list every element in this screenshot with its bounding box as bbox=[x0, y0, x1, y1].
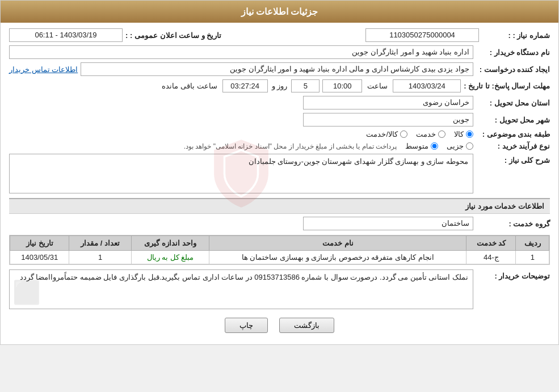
row-description: شرح کلی نیاز : محوطه سازی و بهسازی گلزار… bbox=[9, 154, 550, 193]
send-time-value: 10:00 bbox=[322, 79, 362, 92]
col-row-num: ردیف bbox=[516, 236, 549, 251]
send-date-value: 1403/03/24 bbox=[393, 79, 461, 92]
cell-date: 1403/05/31 bbox=[10, 251, 69, 264]
requester-org-value: اداره بنیاد شهید و امور ایثارگران جوین bbox=[9, 45, 473, 59]
city-label: شهر محل تحویل : bbox=[476, 116, 550, 124]
services-table: ردیف کد خدمت نام خدمت واحد اندازه گیری ت… bbox=[10, 235, 549, 264]
purchase-type-label: نوع فرآیند خرید : bbox=[476, 142, 550, 150]
cell-code: ج-44 bbox=[466, 251, 516, 264]
days-label: روز و bbox=[272, 82, 288, 90]
services-table-container: ردیف کد خدمت نام خدمت واحد اندازه گیری ت… bbox=[9, 235, 550, 265]
col-quantity: تعداد / مقدار bbox=[69, 236, 131, 251]
services-section-label: اطلاعات خدمات مورد نیاز bbox=[465, 202, 544, 210]
send-days-value: 5 bbox=[291, 79, 320, 92]
purchase-medium-label: متوسط bbox=[405, 142, 428, 150]
category-goods-service-item: کالا/خدمت bbox=[366, 130, 407, 138]
button-row: بازگشت چاپ bbox=[9, 318, 550, 333]
page-header: جزئیات اطلاعات نیاز bbox=[1, 1, 558, 23]
purchase-partial-label: جزیی bbox=[447, 142, 464, 150]
description-value: محوطه سازی و بهسازی گلزار شهدای شهرستان … bbox=[14, 157, 468, 166]
service-group-label: گروه خدمت : bbox=[476, 220, 550, 228]
col-date: تاریخ نیاز bbox=[10, 236, 69, 251]
city-value: جوین bbox=[303, 113, 473, 127]
row-creator: ایجاد کننده درخواست : جواد یزدی بیدی کار… bbox=[9, 62, 550, 76]
need-number-value: 1103050275000004 bbox=[365, 28, 479, 42]
send-date-label: مهلت ارسال پاسخ: تا تاریخ : bbox=[464, 82, 550, 90]
category-goods-item: کالا bbox=[454, 130, 473, 138]
page-wrapper: جزئیات اطلاعات نیاز شماره نیاز : 1103050… bbox=[0, 0, 559, 345]
category-service-radio[interactable] bbox=[438, 130, 445, 138]
service-group-value: ساختمان bbox=[303, 217, 473, 230]
purchase-radio-group: جزیی متوسط bbox=[405, 142, 473, 150]
province-label: استان محل تحویل : bbox=[476, 99, 550, 107]
creator-label: ایجاد کننده درخواست : bbox=[476, 65, 550, 74]
category-goods-service-radio[interactable] bbox=[400, 130, 407, 138]
page-title: جزئیات اطلاعات نیاز bbox=[241, 7, 318, 16]
contact-link[interactable]: اطلاعات تماس خریدار bbox=[9, 65, 78, 74]
col-unit: واحد اندازه گیری bbox=[131, 236, 209, 251]
announce-date-label: تاریخ و ساعت اعلان عمومی : bbox=[125, 31, 221, 40]
cell-row-num: 1 bbox=[516, 251, 549, 264]
purchase-note: پرداخت تمام یا بخشی از مبلغ خریدار از مح… bbox=[184, 142, 397, 150]
row-purchase-type: نوع فرآیند خرید : جزیی متوسط پرداخت تمام… bbox=[9, 142, 550, 150]
table-row: 1 ج-44 انجام کارهای متفرقه درخصوص بازساز… bbox=[10, 251, 549, 264]
col-name: نام خدمت bbox=[209, 236, 466, 251]
row-category: طبقه بندی موضوعی : کالا خدمت کالا/خدمت bbox=[9, 130, 550, 138]
category-goods-label: کالا bbox=[454, 130, 464, 138]
province-value: خراسان رضوی bbox=[303, 96, 473, 109]
row-buyer-notes: توضیحات خریدار : ⬛ نملک استانی تأمین می … bbox=[9, 269, 550, 309]
row-send-date: مهلت ارسال پاسخ: تا تاریخ : 1403/03/24 س… bbox=[9, 79, 550, 92]
row-need-number: شماره نیاز : 1103050275000004 تاریخ و سا… bbox=[9, 28, 550, 42]
services-section-header: اطلاعات خدمات مورد نیاز bbox=[9, 198, 550, 214]
category-goods-service-label: کالا/خدمت bbox=[366, 130, 398, 138]
cell-name: انجام کارهای متفرقه درخصوص بازسازی و بهس… bbox=[209, 251, 466, 264]
print-button[interactable]: چاپ bbox=[225, 318, 268, 333]
creator-value: جواد یزدی بیدی کارشناس اداری و مالی ادار… bbox=[81, 62, 473, 76]
row-service-group: گروه خدمت : ساختمان bbox=[9, 217, 550, 230]
category-goods-radio[interactable] bbox=[466, 130, 473, 138]
remain-label: ساعت باقی مانده bbox=[162, 82, 217, 90]
category-service-item: خدمت bbox=[416, 130, 445, 138]
buyer-notes-value: نملک استانی تأمین می گردد. درصورت سوال ب… bbox=[14, 273, 468, 281]
purchase-partial-radio[interactable] bbox=[466, 142, 473, 150]
col-code: کد خدمت bbox=[466, 236, 516, 251]
back-button[interactable]: بازگشت bbox=[279, 318, 334, 333]
buyer-notes-container: ⬛ نملک استانی تأمین می گردد. درصورت سوال… bbox=[9, 269, 473, 309]
announce-date-value: 1403/03/19 - 06:11 bbox=[9, 28, 123, 42]
purchase-medium-radio[interactable] bbox=[431, 142, 438, 150]
cell-unit: مبلغ کل به ریال bbox=[131, 251, 209, 264]
main-content: شماره نیاز : 1103050275000004 تاریخ و سا… bbox=[1, 23, 558, 344]
time-label-static: ساعت bbox=[367, 82, 388, 90]
purchase-medium-item: متوسط bbox=[405, 142, 438, 150]
description-container: محوطه سازی و بهسازی گلزار شهدای شهرستان … bbox=[9, 154, 473, 193]
category-label: طبقه بندی موضوعی : bbox=[476, 130, 550, 138]
requester-org-label: نام دستگاه خریدار : bbox=[476, 48, 550, 57]
need-number-label: شماره نیاز : bbox=[482, 31, 550, 40]
row-province: استان محل تحویل : خراسان رضوی bbox=[9, 96, 550, 109]
row-org: نام دستگاه خریدار : اداره بنیاد شهید و ا… bbox=[9, 45, 550, 59]
watermark-text-icon: ⬛ bbox=[12, 279, 41, 306]
cell-quantity: 1 bbox=[69, 251, 131, 264]
purchase-partial-item: جزیی bbox=[447, 142, 473, 150]
row-city: شهر محل تحویل : جوین bbox=[9, 113, 550, 127]
description-label: شرح کلی نیاز : bbox=[476, 154, 550, 165]
category-service-label: خدمت bbox=[416, 130, 436, 138]
category-radio-group: کالا خدمت کالا/خدمت bbox=[366, 130, 473, 138]
buyer-notes-label: توضیحات خریدار : bbox=[476, 269, 550, 280]
table-header-row: ردیف کد خدمت نام خدمت واحد اندازه گیری ت… bbox=[10, 236, 549, 251]
send-remain-value: 03:27:24 bbox=[222, 79, 268, 92]
